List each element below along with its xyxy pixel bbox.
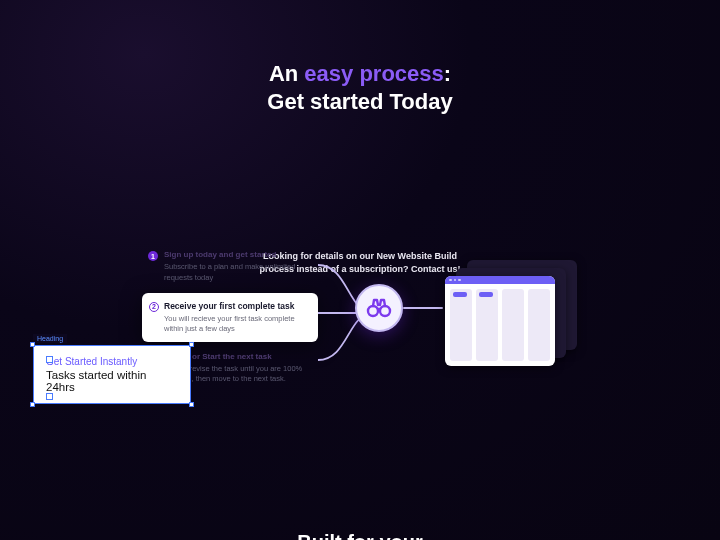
heading-highlight: easy process (304, 61, 443, 86)
step-1[interactable]: 1 Sign up today and get started Subscrib… (148, 250, 318, 283)
editor-card[interactable]: Get Started Instantly Tasks started with… (33, 345, 191, 404)
window-stack-graphic (445, 260, 575, 365)
editor-card-title: Tasks started within 24hrs (46, 369, 178, 393)
svg-point-1 (380, 306, 390, 316)
editor-tag-label: Heading (33, 334, 67, 343)
heading-line2: Get started Today (267, 89, 452, 114)
window-card-front (445, 276, 555, 366)
svg-point-0 (368, 306, 378, 316)
step-title: Receive your first complete task (164, 301, 308, 312)
kanban-col (450, 289, 472, 361)
step-number: 1 (148, 251, 158, 261)
kanban-col (502, 289, 524, 361)
step-title: Sign up today and get started (164, 250, 318, 260)
binoculars-icon (366, 298, 392, 318)
kanban-col (476, 289, 498, 361)
heading-pre: An (269, 61, 304, 86)
editor-selection[interactable]: Heading Get Started Instantly Tasks star… (33, 327, 191, 404)
step-desc: Subscribe to a plan and make unlimited r… (164, 262, 318, 282)
window-titlebar (445, 276, 555, 284)
process-heading: An easy process: Get started Today (0, 0, 720, 115)
center-logo (355, 284, 403, 332)
connector-right (403, 307, 443, 309)
kanban-col (528, 289, 550, 361)
heading2-line1: Built for your (297, 531, 423, 540)
step-number: 2 (149, 302, 159, 312)
heading-post: : (444, 61, 451, 86)
editor-card-subtitle: Get Started Instantly (46, 356, 178, 367)
needs-heading: Built for your Website needs (0, 530, 720, 540)
